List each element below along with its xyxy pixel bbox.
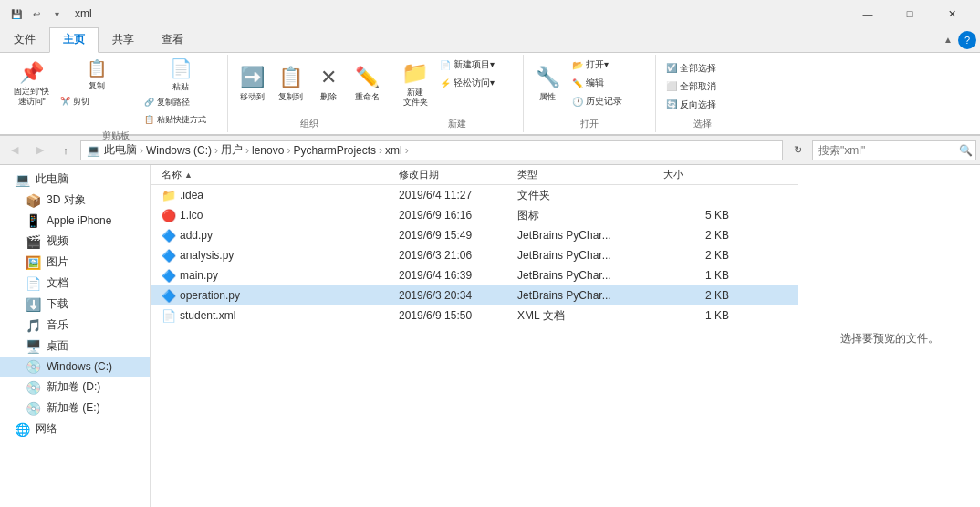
move-to-button[interactable]: ➡️ 移动到: [234, 57, 270, 111]
easy-access-button[interactable]: ⚡ 轻松访问▾: [435, 75, 517, 91]
breadcrumb-arrow-2: ›: [214, 144, 218, 157]
windows-c-icon: 💿: [26, 359, 41, 374]
history-button[interactable]: 🕐 历史记录: [568, 93, 650, 109]
new-item-button[interactable]: 📄 新建项目▾: [435, 57, 517, 73]
search-box[interactable]: 🔍: [812, 140, 976, 160]
properties-button[interactable]: 🔧 属性: [529, 57, 566, 111]
copy-button[interactable]: 📋 复制: [56, 57, 138, 93]
breadcrumb-xml: xml: [385, 144, 402, 157]
copy-to-icon: 📋: [278, 66, 303, 89]
pin-quick-access-button[interactable]: 📌 固定到"快速访问": [9, 57, 54, 111]
file-row[interactable]: 🔷 operation.py 2019/6/3 20:34 JetBrains …: [151, 285, 798, 305]
col-header-size[interactable]: 大小: [660, 168, 733, 181]
file-row[interactable]: 📁 .idea 2019/6/4 11:27 文件夹: [151, 185, 798, 205]
tab-home[interactable]: 主页: [49, 27, 99, 53]
network-icon: 🌐: [15, 422, 30, 437]
file-icon: 🔷: [162, 289, 176, 303]
forward-button[interactable]: ▶: [29, 140, 51, 161]
new-item-icon: 📄: [440, 60, 451, 70]
window-title: xml: [75, 7, 92, 20]
file-row[interactable]: 🔷 add.py 2019/6/9 15:49 JetBrains PyChar…: [151, 225, 798, 245]
sidebar-item-docs[interactable]: 📄 文档: [0, 273, 150, 294]
docs-icon: 📄: [26, 276, 41, 291]
sidebar-item-video[interactable]: 🎬 视频: [0, 231, 150, 252]
sidebar-item-music[interactable]: 🎵 音乐: [0, 315, 150, 336]
col-header-type[interactable]: 类型: [514, 168, 660, 181]
breadcrumb[interactable]: 💻 此电脑 › Windows (C:) › 用户 › lenovo › Pyc…: [80, 140, 783, 160]
cut-icon: ✂️: [60, 97, 70, 106]
sidebar-item-pictures[interactable]: 🖼️ 图片: [0, 252, 150, 273]
search-input[interactable]: [818, 144, 955, 157]
sidebar-item-thispc[interactable]: 💻 此电脑: [0, 169, 150, 190]
invert-selection-button[interactable]: 🔄 反向选择: [662, 97, 744, 113]
delete-icon: ✕: [320, 66, 337, 89]
breadcrumb-arrow-6: ›: [405, 144, 409, 157]
file-name: main.py: [180, 269, 218, 282]
delete-label: 删除: [320, 91, 337, 103]
rename-button[interactable]: ✏️ 重命名: [349, 57, 385, 111]
select-all-icon: ☑️: [666, 63, 677, 73]
cut-label: 剪切: [73, 96, 89, 108]
tab-view[interactable]: 查看: [148, 27, 197, 52]
file-name: .idea: [180, 189, 203, 202]
help-button[interactable]: ?: [958, 31, 976, 49]
up-button[interactable]: ↑: [55, 140, 77, 161]
sidebar-item-drive-e[interactable]: 💿 新加卷 (E:): [0, 398, 150, 419]
col-header-date[interactable]: 修改日期: [395, 168, 514, 181]
file-type: JetBrains PyChar...: [514, 269, 660, 282]
properties-label: 属性: [539, 91, 556, 103]
quick-access-undo[interactable]: ↩: [27, 5, 46, 23]
thispc-icon: 💻: [15, 172, 30, 187]
pictures-icon: 🖼️: [26, 255, 41, 270]
breadcrumb-users: 用户: [221, 142, 243, 158]
file-type: XML 文档: [514, 308, 660, 324]
file-name: operation.py: [180, 289, 240, 302]
copy-path-button[interactable]: 🔗 复制路径: [140, 94, 222, 110]
file-type: JetBrains PyChar...: [514, 289, 660, 302]
sidebar-item-windows-c[interactable]: 💿 Windows (C:): [0, 357, 150, 377]
sidebar: 💻 此电脑 📦 3D 对象 📱 Apple iPhone 🎬 视频 🖼️ 图片 …: [0, 165, 151, 507]
file-row[interactable]: 🔷 analysis.py 2019/6/3 21:06 JetBrains P…: [151, 245, 798, 265]
deselect-all-button[interactable]: ⬜ 全部取消: [662, 78, 744, 95]
minimize-button[interactable]: —: [847, 0, 889, 27]
tab-share[interactable]: 共享: [99, 27, 148, 52]
sidebar-item-3d[interactable]: 📦 3D 对象: [0, 190, 150, 211]
file-type: JetBrains PyChar...: [514, 229, 660, 242]
quick-access-save[interactable]: 💾: [7, 5, 26, 23]
ribbon-collapse-button[interactable]: ▲: [944, 35, 953, 45]
delete-button[interactable]: ✕ 删除: [310, 57, 347, 111]
sidebar-item-network[interactable]: 🌐 网络: [0, 419, 150, 440]
ribbon-content: 📌 固定到"快速访问" 📋 复制 ✂️ 剪切 📄: [0, 53, 980, 135]
paste-shortcut-button[interactable]: 📋 粘贴快捷方式: [140, 111, 222, 128]
file-row[interactable]: 🔷 main.py 2019/6/4 16:39 JetBrains PyCha…: [151, 265, 798, 285]
refresh-button[interactable]: ↻: [787, 140, 808, 161]
sidebar-item-downloads[interactable]: ⬇️ 下载: [0, 294, 150, 315]
new-folder-icon: 📁: [401, 60, 429, 86]
pin-label: 固定到"快速访问": [14, 87, 49, 107]
copy-to-button[interactable]: 📋 复制到: [272, 57, 308, 111]
close-button[interactable]: ✕: [931, 0, 973, 27]
breadcrumb-icon: 💻: [87, 144, 100, 157]
new-label: 新建: [448, 116, 466, 130]
cut-button[interactable]: ✂️ 剪切: [56, 95, 138, 108]
new-folder-button[interactable]: 📁 新建文件夹: [397, 57, 433, 111]
quick-access-dropdown[interactable]: ▾: [47, 5, 66, 23]
sidebar-item-desktop[interactable]: 🖥️ 桌面: [0, 336, 150, 357]
select-all-button[interactable]: ☑️ 全部选择: [662, 60, 744, 77]
drive-d-label: 新加卷 (D:): [47, 379, 100, 395]
file-row[interactable]: 🔴 1.ico 2019/6/9 16:16 图标 5 KB: [151, 205, 798, 225]
tab-file[interactable]: 文件: [0, 27, 49, 52]
paste-button[interactable]: 📄 粘贴: [140, 57, 222, 93]
edit-button[interactable]: ✏️ 编辑: [568, 75, 650, 91]
col-header-name[interactable]: 名称 ▲: [158, 168, 395, 181]
sidebar-item-drive-d[interactable]: 💿 新加卷 (D:): [0, 377, 150, 398]
ribbon-tabs: 文件 主页 共享 查看 ▲ ?: [0, 27, 980, 53]
pictures-label: 图片: [47, 254, 68, 270]
thispc-label: 此电脑: [36, 171, 68, 187]
sidebar-item-iphone[interactable]: 📱 Apple iPhone: [0, 211, 150, 231]
file-icon: 🔴: [162, 209, 176, 222]
back-button[interactable]: ◀: [4, 140, 26, 161]
open-button[interactable]: 📂 打开▾: [568, 57, 650, 73]
file-row[interactable]: 📄 student.xml 2019/6/9 15:50 XML 文档 1 KB: [151, 305, 798, 326]
maximize-button[interactable]: □: [889, 0, 931, 27]
